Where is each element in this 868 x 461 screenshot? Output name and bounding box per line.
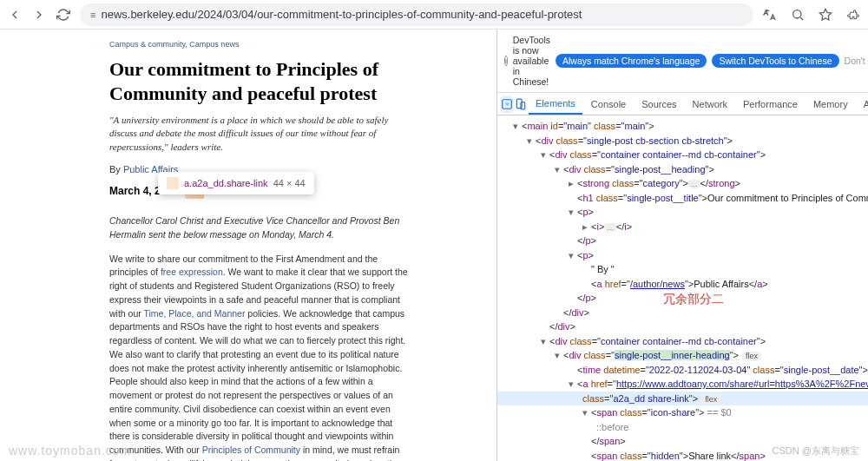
inspect-tool-icon[interactable] <box>501 95 513 113</box>
address-bar[interactable]: ≡ news.berkeley.edu/2024/03/04/our-commi… <box>80 3 753 26</box>
tooltip-selector: a.a2a_dd.share-link <box>184 178 268 188</box>
inspect-tooltip: a.a2a_dd.share-link 44 × 44 <box>158 172 314 194</box>
url-text: news.berkeley.edu/2024/03/04/our-commitm… <box>101 8 743 21</box>
dom-line[interactable]: ▸<i>...</i> <box>497 220 868 234</box>
watermark-right: CSDN @东离与糖宝 <box>773 445 859 458</box>
tab-memory[interactable]: Memory <box>806 93 855 115</box>
page-subtitle: "A university environment is a place in … <box>109 114 410 154</box>
devtools-panel: i DevTools is now available in Chinese! … <box>496 30 868 461</box>
dom-line[interactable]: ▾<main id="main" class="main"> <box>497 119 868 134</box>
banner-match-button[interactable]: Always match Chrome's language <box>556 54 707 68</box>
tab-network[interactable]: Network <box>686 93 734 115</box>
devtools-tabs: Elements Console Sources Network Perform… <box>497 93 868 115</box>
device-tool-icon[interactable] <box>515 95 527 113</box>
tab-sources[interactable]: Sources <box>635 93 683 115</box>
site-info-icon[interactable]: ≡ <box>90 10 95 20</box>
dom-line[interactable]: ::before <box>497 420 868 435</box>
breadcrumb[interactable]: Campus & community, Campus news <box>109 40 410 49</box>
banner-text: DevTools is now available in Chinese! <box>513 35 550 87</box>
tab-console[interactable]: Console <box>584 93 633 115</box>
dom-line[interactable]: ▾<div class="container container--md cb-… <box>497 334 868 349</box>
devtools-banner: i DevTools is now available in Chinese! … <box>497 30 868 93</box>
dom-selected-line[interactable]: class="a2a_dd share-link">flex <box>497 392 868 406</box>
dom-line[interactable]: ▾<span class="icon-share"> == $0 <box>497 405 868 420</box>
dom-line[interactable]: ▸<strong class="category">...</strong> <box>497 176 868 191</box>
forward-icon[interactable] <box>31 7 47 23</box>
dom-line[interactable]: <h1 class="single-post__title">Our commi… <box>497 191 868 206</box>
translate-icon[interactable] <box>762 7 778 23</box>
dom-tree[interactable]: ▾<main id="main" class="main"> ▾<div cla… <box>497 115 868 461</box>
dom-line[interactable]: <a href="/author/news">Public Affairs</a… <box>497 277 868 292</box>
link-poc[interactable]: Principles of Community <box>202 445 300 455</box>
dom-line[interactable]: <time datetime="2022-02-112024-03-04" cl… <box>497 363 868 378</box>
dom-line[interactable]: ▾<div class="container container--md cb-… <box>497 148 868 162</box>
page-title: Our commitment to Principles of Communit… <box>109 57 410 105</box>
svg-rect-1 <box>503 99 512 109</box>
dom-line[interactable]: " By " <box>497 262 868 277</box>
dom-line[interactable]: ▾<p> <box>497 205 868 220</box>
link-tpm[interactable]: Time, Place, and Manner <box>144 308 246 319</box>
extension-icon[interactable] <box>845 7 861 23</box>
watermark-left: www.toymoban.com <box>9 444 131 458</box>
page-viewport[interactable]: Campus & community, Campus news Our comm… <box>0 30 496 461</box>
browser-toolbar: ≡ news.berkeley.edu/2024/03/04/our-commi… <box>0 0 868 30</box>
banner-switch-button[interactable]: Switch DevTools to Chinese <box>712 54 838 68</box>
annotation-red: 冗余部分二 <box>663 292 724 307</box>
star-icon[interactable] <box>818 7 833 23</box>
zoom-icon[interactable] <box>790 7 806 23</box>
tab-performance[interactable]: Performance <box>736 93 805 115</box>
back-icon[interactable] <box>7 7 23 23</box>
dom-line[interactable]: ▾<div class="single-post__inner-heading"… <box>497 348 868 363</box>
banner-dont-show[interactable]: Don't show <box>845 56 868 66</box>
reload-icon[interactable] <box>56 7 71 23</box>
svg-point-0 <box>793 10 801 17</box>
dom-line[interactable]: ▾<p> <box>497 248 868 263</box>
tab-elements[interactable]: Elements <box>529 93 582 115</box>
tab-application[interactable]: Application <box>857 93 868 115</box>
toolbar-right <box>762 7 861 23</box>
dom-line[interactable]: ▾<div class="single-post__heading"> <box>497 162 868 177</box>
article-body: Chancellor Carol Christ and Executive Vi… <box>109 214 410 461</box>
dom-line[interactable]: </div> <box>497 319 868 334</box>
color-swatch <box>167 177 179 189</box>
link-free-expression[interactable]: free expression <box>161 267 223 277</box>
tooltip-dims: 44 × 44 <box>273 178 306 188</box>
info-icon: i <box>504 56 508 66</box>
dom-line[interactable]: ▾<a href="https://www.addtoany.com/share… <box>497 377 868 392</box>
dom-line[interactable]: ▾<div class="single-post cb-section cb-s… <box>497 134 868 148</box>
dom-line[interactable]: </p> <box>497 234 868 248</box>
